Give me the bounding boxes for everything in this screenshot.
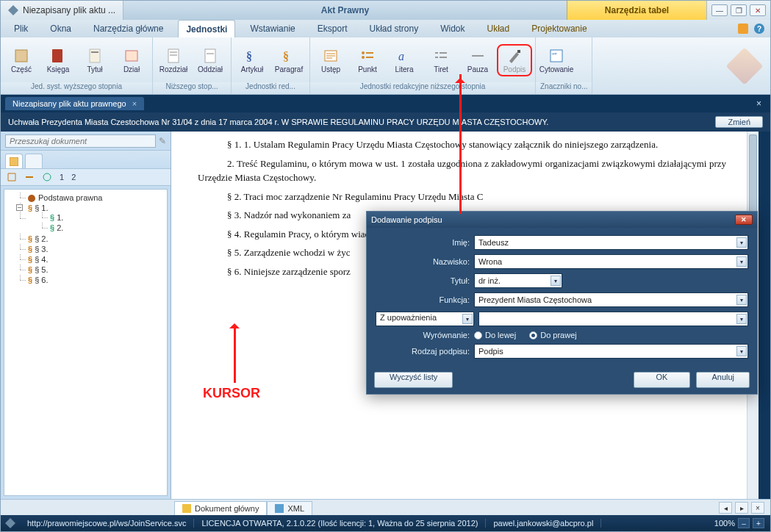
tree-sec3[interactable]: §§ 3. (18, 244, 165, 254)
tab-projektowanie[interactable]: Projektowanie (524, 20, 594, 37)
field-extra[interactable]: ▾ (478, 312, 748, 326)
close-button[interactable]: ✕ (750, 4, 766, 16)
ribbon-rozdzial[interactable]: Rozdział (156, 45, 191, 76)
ribbon-tytul[interactable]: Tytuł (77, 45, 112, 76)
ribbon-dzial[interactable]: Dział (114, 45, 149, 76)
ribbon-ustep[interactable]: Ustęp (313, 45, 348, 76)
ok-button[interactable]: OK (634, 372, 691, 388)
search-input[interactable] (5, 134, 156, 148)
tab-strip-close-icon[interactable]: × (752, 98, 766, 109)
svg-rect-2 (90, 49, 100, 62)
footer-nav-close[interactable]: × (751, 502, 764, 514)
outline-tree[interactable]: Podstawa prawna –§§ 1. §1. §2. §§ 2. §§ … (4, 189, 168, 496)
input-rodzaj[interactable] (474, 344, 748, 359)
field-funkcja[interactable]: ▾ (474, 292, 748, 307)
ribbon-punkt[interactable]: Punkt (350, 45, 385, 76)
ribbon-ksiega[interactable]: Księga (40, 45, 76, 76)
expand-all-icon[interactable] (7, 172, 17, 182)
outline-tab-1[interactable] (5, 154, 23, 168)
footer-nav-prev[interactable]: ◂ (719, 502, 732, 514)
refresh-icon[interactable] (42, 172, 52, 182)
select-upowaznienie[interactable]: Z upoważnienia (376, 312, 474, 326)
dropdown-icon[interactable]: ▾ (736, 346, 747, 356)
tree-sec6[interactable]: §§ 6. (18, 275, 165, 285)
dropdown-icon[interactable]: ▾ (736, 237, 747, 248)
footer-nav-next[interactable]: ▸ (735, 502, 748, 514)
folder-icon[interactable] (738, 24, 748, 34)
tree-sec1-1[interactable]: §1. (40, 212, 165, 223)
dropdown-icon[interactable]: ▾ (462, 314, 473, 324)
tree-root[interactable]: Podstawa prawna (18, 193, 165, 203)
svg-point-30 (43, 173, 51, 181)
svg-rect-17 (366, 52, 373, 54)
annotation-arrow-cursor (234, 326, 236, 383)
ribbon-podpis[interactable]: Podpis (497, 44, 532, 76)
scrollbar-thumb[interactable] (749, 134, 757, 223)
ribbon-tiret[interactable]: Tiret (423, 45, 459, 76)
footer-tab-dokument[interactable]: Dokument główny (174, 501, 267, 515)
input-imie[interactable] (474, 235, 748, 250)
ribbon-cytowanie[interactable]: “”Cytowanie (539, 45, 574, 76)
tab-okna[interactable]: Okna (43, 20, 79, 37)
cancel-button[interactable]: Anuluj (696, 372, 750, 388)
tree-sec4[interactable]: §§ 4. (18, 254, 165, 265)
field-rodzaj[interactable]: ▾ (474, 344, 748, 359)
outline-tab-2[interactable] (25, 154, 43, 168)
dialog-title-bar[interactable]: Dodawanie podpisu ✕ (367, 212, 757, 228)
dropdown-icon[interactable]: ▾ (736, 256, 747, 267)
contextual-tools-title: Narzędzia tabel (567, 1, 706, 20)
eraser-icon[interactable]: ✎ (159, 136, 166, 146)
svg-rect-3 (91, 51, 98, 53)
dropdown-icon[interactable]: ▾ (736, 314, 747, 324)
tree-sec1[interactable]: –§§ 1. §1. §2. (18, 203, 165, 234)
ribbon-pauza[interactable]: Pauza (460, 45, 495, 76)
field-tytul[interactable]: ▾ (474, 273, 562, 288)
tab-narzedzia-glowne[interactable]: Narzędzia główne (86, 20, 171, 37)
footer-tab-xml[interactable]: XML (267, 501, 312, 515)
change-button[interactable]: Zmień (715, 116, 763, 128)
title-left-tab: Niezapisany plik aktu ... (1, 1, 123, 20)
restore-button[interactable]: ❐ (731, 4, 747, 16)
ribbon-paragraf[interactable]: §Paragraf (271, 45, 306, 76)
tab-uklad-strony[interactable]: Układ strony (362, 20, 426, 37)
field-nazwisko[interactable]: ▾ (474, 254, 748, 269)
document-tab[interactable]: Niezapisany plik aktu prawnego × (5, 97, 144, 110)
tab-eksport[interactable]: Eksport (310, 20, 355, 37)
tree-sec5[interactable]: §§ 5. (18, 265, 165, 275)
input-funkcja[interactable] (474, 292, 748, 307)
svg-rect-29 (10, 157, 18, 166)
field-imie[interactable]: ▾ (474, 235, 748, 250)
radio-do-prawej[interactable]: Do prawej (529, 331, 577, 339)
field-upowaznienie[interactable]: Z upoważnienia ▾ (376, 312, 474, 326)
svg-rect-26 (517, 50, 520, 53)
input-tytul[interactable] (474, 273, 562, 288)
dialog-close-button[interactable]: ✕ (735, 215, 753, 225)
radio-do-lewej[interactable]: Do lewej (474, 331, 516, 339)
ribbon-litera[interactable]: aLitera (387, 45, 422, 76)
tab-wstawianie[interactable]: Wstawianie (243, 20, 302, 37)
collapse-all-icon[interactable] (24, 172, 35, 182)
tree-sec1-2[interactable]: §2. (40, 223, 165, 233)
ribbon-artykul[interactable]: §Artykuł (234, 45, 270, 76)
svg-rect-8 (205, 49, 215, 62)
tab-widok[interactable]: Widok (433, 20, 472, 37)
page-1[interactable]: 1 (60, 173, 64, 181)
minimize-button[interactable]: — (711, 4, 728, 16)
collapse-icon[interactable]: – (16, 204, 23, 211)
ribbon-czesc[interactable]: Część (4, 45, 39, 76)
clear-lists-button[interactable]: Wyczyść listy (374, 372, 453, 388)
ribbon-oddzial[interactable]: Oddział (193, 45, 228, 76)
dropdown-icon[interactable]: ▾ (551, 276, 561, 286)
input-nazwisko[interactable] (474, 254, 748, 269)
zoom-out-button[interactable]: – (738, 518, 750, 528)
page-2[interactable]: 2 (71, 173, 76, 181)
dropdown-icon[interactable]: ▾ (736, 295, 747, 305)
tree-sec2[interactable]: §§ 2. (18, 234, 165, 244)
tab-jednostki[interactable]: Jednostki (178, 20, 235, 37)
document-tab-close-icon[interactable]: × (132, 99, 137, 108)
tab-uklad[interactable]: Układ (480, 20, 517, 37)
input-extra[interactable] (478, 312, 748, 326)
zoom-in-button[interactable]: + (753, 518, 764, 528)
help-icon[interactable]: ? (754, 24, 764, 34)
tab-plik[interactable]: Plik (7, 20, 35, 37)
